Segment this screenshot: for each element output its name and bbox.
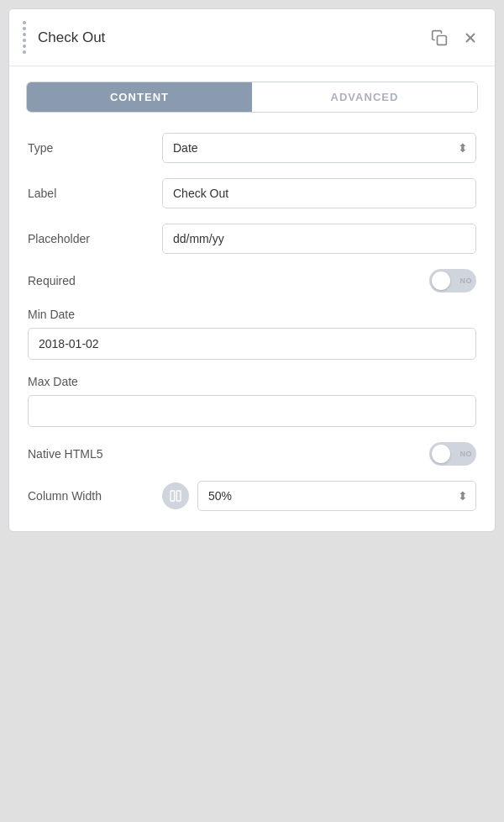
type-label: Type <box>28 141 162 155</box>
label-row: Label <box>28 178 476 208</box>
native-label: Native HTML5 <box>28 447 162 461</box>
placeholder-label: Placeholder <box>28 232 162 245</box>
required-label: Required <box>28 274 162 287</box>
column-width-select-wrapper: 25% 33% 50% 66% 75% 100% ⬍ <box>197 481 476 511</box>
header-actions <box>428 26 481 50</box>
required-toggle-thumb <box>432 271 450 290</box>
svg-rect-4 <box>176 491 181 501</box>
label-input[interactable] <box>162 178 476 208</box>
panel-header: Check Out <box>9 9 495 66</box>
min-date-row: Min Date <box>28 308 476 360</box>
native-toggle-thumb <box>432 445 450 463</box>
required-toggle-text: NO <box>460 277 472 285</box>
native-toggle-track: NO <box>429 442 476 466</box>
min-date-input[interactable] <box>28 328 476 360</box>
column-width-label: Column Width <box>28 489 162 503</box>
max-date-row: Max Date <box>28 375 476 427</box>
column-width-icon <box>162 482 189 509</box>
type-select-wrapper: Date Text Number Email ⬍ <box>162 133 476 163</box>
placeholder-row: Placeholder <box>28 224 476 254</box>
tabs-container: CONTENT ADVANCED <box>26 82 478 113</box>
native-row: Native HTML5 NO <box>28 442 476 466</box>
svg-rect-0 <box>438 35 447 45</box>
tab-content[interactable]: CONTENT <box>27 82 252 112</box>
copy-icon <box>431 29 448 46</box>
panel-title: Check Out <box>38 29 428 46</box>
placeholder-input[interactable] <box>162 224 476 254</box>
type-row: Type Date Text Number Email ⬍ <box>28 133 476 163</box>
panel: Check Out CONTENT ADVANCED Type <box>8 8 496 532</box>
required-toggle-track: NO <box>429 269 476 292</box>
label-label: Label <box>28 187 162 200</box>
native-toggle-text: NO <box>460 450 472 458</box>
type-select[interactable]: Date Text Number Email <box>162 133 476 163</box>
drag-handle[interactable] <box>23 21 26 54</box>
max-date-label: Max Date <box>28 375 476 388</box>
required-toggle-wrapper: NO <box>429 269 476 292</box>
svg-rect-3 <box>171 491 175 501</box>
close-button[interactable] <box>459 27 481 49</box>
copy-button[interactable] <box>428 26 451 50</box>
required-toggle[interactable]: NO <box>429 269 476 292</box>
form-body: Type Date Text Number Email ⬍ Label Plac… <box>9 128 495 531</box>
close-icon <box>463 30 478 45</box>
min-date-label: Min Date <box>28 308 476 321</box>
max-date-input[interactable] <box>28 395 476 427</box>
required-row: Required NO <box>28 269 476 292</box>
native-toggle[interactable]: NO <box>429 442 476 466</box>
tab-advanced[interactable]: ADVANCED <box>252 82 477 112</box>
column-width-row: Column Width 25% 33% 50% 66% 75% 100% ⬍ <box>28 481 476 511</box>
column-icon-svg <box>169 489 182 503</box>
native-toggle-wrapper: NO <box>429 442 476 466</box>
column-width-select[interactable]: 25% 33% 50% 66% 75% 100% <box>197 481 476 511</box>
